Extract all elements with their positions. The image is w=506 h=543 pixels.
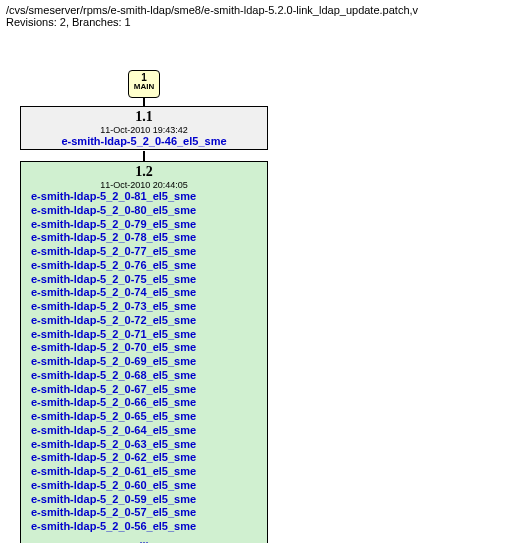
tag-item: e-smith-ldap-5_2_0-64_el5_sme — [25, 424, 263, 438]
ellipsis: ... — [25, 534, 263, 543]
main-branch-label: MAIN — [129, 83, 159, 92]
revision-title: 1.1 — [25, 109, 263, 125]
connector-line — [143, 151, 145, 161]
tag-item: e-smith-ldap-5_2_0-81_el5_sme — [25, 190, 263, 204]
header: /cvs/smeserver/rpms/e-smith-ldap/sme8/e-… — [0, 0, 506, 32]
tag-list: e-smith-ldap-5_2_0-81_el5_smee-smith-lda… — [25, 190, 263, 534]
tag-item: e-smith-ldap-5_2_0-68_el5_sme — [25, 369, 263, 383]
revision-tag: e-smith-ldap-5_2_0-46_el5_sme — [25, 135, 263, 147]
tag-item: e-smith-ldap-5_2_0-57_el5_sme — [25, 506, 263, 520]
tag-item: e-smith-ldap-5_2_0-56_el5_sme — [25, 520, 263, 534]
connector-line — [143, 98, 145, 106]
tag-item: e-smith-ldap-5_2_0-69_el5_sme — [25, 355, 263, 369]
tag-item: e-smith-ldap-5_2_0-63_el5_sme — [25, 438, 263, 452]
main-branch-node[interactable]: 1 MAIN — [128, 70, 160, 98]
tag-item: e-smith-ldap-5_2_0-77_el5_sme — [25, 245, 263, 259]
tag-item: e-smith-ldap-5_2_0-60_el5_sme — [25, 479, 263, 493]
tag-item: e-smith-ldap-5_2_0-78_el5_sme — [25, 231, 263, 245]
tag-item: e-smith-ldap-5_2_0-74_el5_sme — [25, 286, 263, 300]
tag-item: e-smith-ldap-5_2_0-71_el5_sme — [25, 328, 263, 342]
tag-item: e-smith-ldap-5_2_0-80_el5_sme — [25, 204, 263, 218]
file-path: /cvs/smeserver/rpms/e-smith-ldap/sme8/e-… — [6, 4, 500, 16]
tag-item: e-smith-ldap-5_2_0-72_el5_sme — [25, 314, 263, 328]
tag-item: e-smith-ldap-5_2_0-61_el5_sme — [25, 465, 263, 479]
tag-item: e-smith-ldap-5_2_0-79_el5_sme — [25, 218, 263, 232]
revision-node-1-1[interactable]: 1.1 11-Oct-2010 19:43:42 e-smith-ldap-5_… — [20, 106, 268, 150]
revisions-label: Revisions: 2, Branches: 1 — [6, 16, 500, 28]
tag-item: e-smith-ldap-5_2_0-75_el5_sme — [25, 273, 263, 287]
tag-item: e-smith-ldap-5_2_0-66_el5_sme — [25, 396, 263, 410]
tag-item: e-smith-ldap-5_2_0-73_el5_sme — [25, 300, 263, 314]
tag-item: e-smith-ldap-5_2_0-76_el5_sme — [25, 259, 263, 273]
tag-item: e-smith-ldap-5_2_0-59_el5_sme — [25, 493, 263, 507]
revision-node-1-2[interactable]: 1.2 11-Oct-2010 20:44:05 e-smith-ldap-5_… — [20, 161, 268, 543]
tag-item: e-smith-ldap-5_2_0-67_el5_sme — [25, 383, 263, 397]
tag-item: e-smith-ldap-5_2_0-62_el5_sme — [25, 451, 263, 465]
tag-item: e-smith-ldap-5_2_0-70_el5_sme — [25, 341, 263, 355]
revision-date: 11-Oct-2010 19:43:42 — [25, 125, 263, 135]
tag-item: e-smith-ldap-5_2_0-65_el5_sme — [25, 410, 263, 424]
revision-title: 1.2 — [25, 164, 263, 180]
revision-date: 11-Oct-2010 20:44:05 — [25, 180, 263, 190]
